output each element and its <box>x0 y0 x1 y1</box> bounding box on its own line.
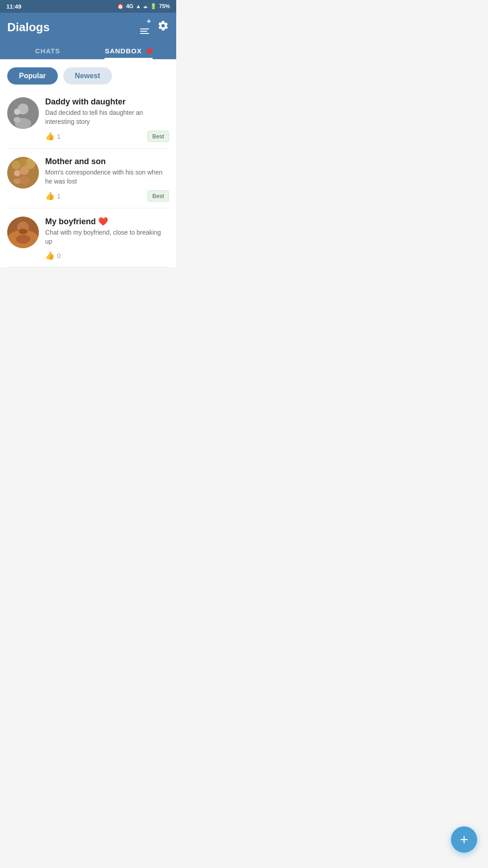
avatar-mother-son <box>7 157 39 189</box>
svg-point-11 <box>14 170 20 176</box>
chat-content-daddy-daughter: Daddy with daughter Dad decided to tell … <box>45 97 169 142</box>
like-count-daddy-daughter: 1 <box>57 132 61 140</box>
chat-item-mother-son[interactable]: Mother and son Mom's correspondence with… <box>7 149 169 208</box>
status-right: ⏰ 4G ▲ ▲ 🔋 75% <box>117 3 170 9</box>
page-title: Dialogs <box>7 20 50 34</box>
svg-point-3 <box>14 108 20 115</box>
chat-name-daddy-daughter: Daddy with daughter <box>45 97 169 107</box>
new-chat-icon <box>140 28 149 34</box>
filter-row: Popular Newest <box>0 59 176 89</box>
chat-name-mother-son: Mother and son <box>45 157 169 166</box>
chat-content-boyfriend: My boyfriend ❤️ Chat with my boyfriend, … <box>45 217 169 260</box>
svg-point-9 <box>20 166 29 175</box>
signal-icon: ▲ <box>136 3 141 9</box>
tab-bar: CHATS SANDBOX <box>7 42 169 59</box>
status-time: 11:49 <box>6 3 21 10</box>
chat-footer-boyfriend: 👍 0 <box>45 251 169 260</box>
chat-list: Daddy with daughter Dad decided to tell … <box>0 89 176 267</box>
battery-label: 75% <box>159 3 170 9</box>
svg-point-12 <box>14 179 21 184</box>
chat-desc-daddy-daughter: Dad decided to tell his daughter an inte… <box>45 108 169 126</box>
chat-desc-boyfriend: Chat with my boyfriend, close to breakin… <box>45 228 169 246</box>
gear-icon <box>157 20 169 32</box>
like-count-boyfriend: 0 <box>57 252 61 259</box>
svg-point-17 <box>16 235 30 244</box>
chat-footer-daddy-daughter: 👍 1 Best <box>45 131 169 142</box>
filter-popular-button[interactable]: Popular <box>7 67 58 85</box>
thumbs-up-icon-3: 👍 <box>45 251 55 260</box>
chat-item-daddy-daughter[interactable]: Daddy with daughter Dad decided to tell … <box>7 89 169 149</box>
like-row-boyfriend: 👍 0 <box>45 251 61 260</box>
svg-point-8 <box>19 158 27 166</box>
alarm-icon: ⏰ <box>117 3 124 9</box>
chat-item-boyfriend[interactable]: My boyfriend ❤️ Chat with my boyfriend, … <box>7 208 169 267</box>
svg-point-4 <box>14 117 21 123</box>
chat-content-mother-son: Mother and son Mom's correspondence with… <box>45 157 169 202</box>
status-bar: 11:49 ⏰ 4G ▲ ▲ 🔋 75% <box>0 0 176 13</box>
thumbs-up-icon: 👍 <box>45 132 55 141</box>
header-icons: + <box>140 20 169 34</box>
like-row-daddy-daughter: 👍 1 <box>45 132 61 141</box>
chat-name-boyfriend: My boyfriend ❤️ <box>45 217 169 226</box>
sandbox-badge <box>147 48 152 54</box>
signal-x-icon: ▲ <box>143 4 148 9</box>
best-badge-daddy-daughter: Best <box>147 131 169 142</box>
thumbs-up-icon-2: 👍 <box>45 191 55 201</box>
chat-desc-mother-son: Mom's correspondence with his son when h… <box>45 168 169 186</box>
avatar-daddy-daughter <box>7 97 39 129</box>
battery-icon: 🔋 <box>150 3 157 9</box>
like-count-mother-son: 1 <box>57 192 61 200</box>
tab-chats[interactable]: CHATS <box>7 42 88 59</box>
best-badge-mother-son: Best <box>147 190 169 202</box>
new-chat-button[interactable]: + <box>140 20 149 34</box>
network-label: 4G <box>126 3 133 9</box>
tab-sandbox[interactable]: SANDBOX <box>88 42 169 59</box>
svg-point-16 <box>19 229 28 234</box>
like-row-mother-son: 👍 1 <box>45 191 61 201</box>
plus-overlay-icon: + <box>147 18 151 25</box>
chat-footer-mother-son: 👍 1 Best <box>45 190 169 202</box>
header-top: Dialogs + <box>7 20 169 34</box>
svg-point-10 <box>19 176 30 184</box>
avatar-boyfriend <box>7 217 39 248</box>
filter-newest-button[interactable]: Newest <box>63 67 112 85</box>
header: Dialogs + CHATS SANDBOX <box>0 13 176 59</box>
settings-button[interactable] <box>157 20 169 34</box>
heart-emoji: ❤️ <box>98 217 108 226</box>
